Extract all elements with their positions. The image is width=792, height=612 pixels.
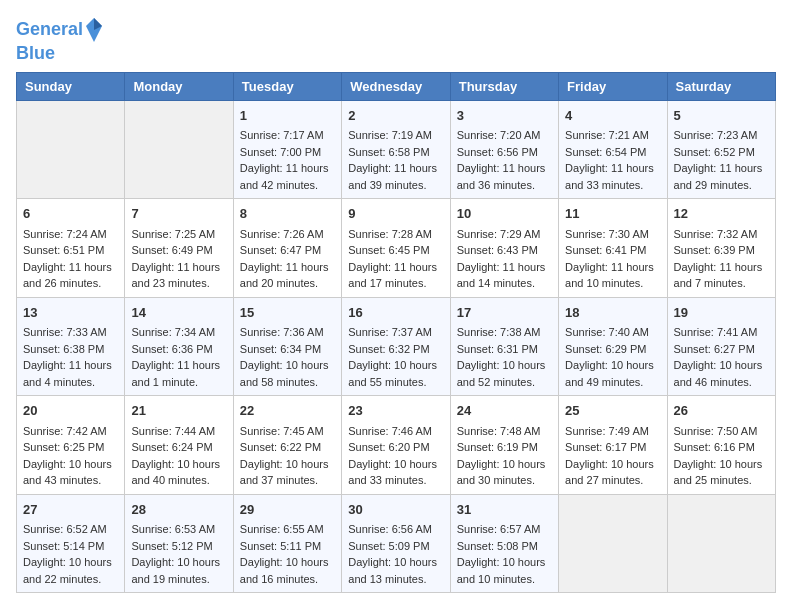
calendar-cell: 4Sunrise: 7:21 AMSunset: 6:54 PMDaylight… [559, 100, 667, 199]
cell-content: Sunrise: 6:53 AM [131, 521, 226, 538]
calendar-cell [667, 494, 775, 593]
cell-content: Daylight: 11 hours and 1 minute. [131, 357, 226, 390]
cell-content: Daylight: 10 hours and 58 minutes. [240, 357, 335, 390]
cell-content: Sunset: 6:34 PM [240, 341, 335, 358]
cell-content: Sunset: 5:08 PM [457, 538, 552, 555]
day-number: 6 [23, 204, 118, 224]
calendar-cell: 23Sunrise: 7:46 AMSunset: 6:20 PMDayligh… [342, 396, 450, 495]
day-number: 23 [348, 401, 443, 421]
cell-content: Sunset: 6:19 PM [457, 439, 552, 456]
calendar-cell: 27Sunrise: 6:52 AMSunset: 5:14 PMDayligh… [17, 494, 125, 593]
day-number: 11 [565, 204, 660, 224]
cell-content: Sunrise: 6:56 AM [348, 521, 443, 538]
cell-content: Sunset: 6:51 PM [23, 242, 118, 259]
calendar-cell: 10Sunrise: 7:29 AMSunset: 6:43 PMDayligh… [450, 199, 558, 298]
calendar-cell: 21Sunrise: 7:44 AMSunset: 6:24 PMDayligh… [125, 396, 233, 495]
cell-content: Daylight: 10 hours and 46 minutes. [674, 357, 769, 390]
cell-content: Sunset: 6:27 PM [674, 341, 769, 358]
cell-content: Sunset: 6:56 PM [457, 144, 552, 161]
cell-content: Sunrise: 7:37 AM [348, 324, 443, 341]
day-number: 18 [565, 303, 660, 323]
cell-content: Sunset: 6:39 PM [674, 242, 769, 259]
calendar-cell: 11Sunrise: 7:30 AMSunset: 6:41 PMDayligh… [559, 199, 667, 298]
day-number: 20 [23, 401, 118, 421]
day-number: 4 [565, 106, 660, 126]
day-number: 10 [457, 204, 552, 224]
cell-content: Sunset: 6:31 PM [457, 341, 552, 358]
calendar-cell: 14Sunrise: 7:34 AMSunset: 6:36 PMDayligh… [125, 297, 233, 396]
cell-content: Sunrise: 6:52 AM [23, 521, 118, 538]
day-number: 3 [457, 106, 552, 126]
day-number: 29 [240, 500, 335, 520]
calendar-cell: 31Sunrise: 6:57 AMSunset: 5:08 PMDayligh… [450, 494, 558, 593]
cell-content: Sunset: 7:00 PM [240, 144, 335, 161]
cell-content: Sunrise: 7:45 AM [240, 423, 335, 440]
day-number: 1 [240, 106, 335, 126]
day-header-wednesday: Wednesday [342, 72, 450, 100]
cell-content: Sunset: 6:36 PM [131, 341, 226, 358]
cell-content: Sunrise: 7:48 AM [457, 423, 552, 440]
cell-content: Sunset: 6:45 PM [348, 242, 443, 259]
calendar-cell: 19Sunrise: 7:41 AMSunset: 6:27 PMDayligh… [667, 297, 775, 396]
day-number: 31 [457, 500, 552, 520]
cell-content: Daylight: 10 hours and 27 minutes. [565, 456, 660, 489]
cell-content: Sunrise: 7:19 AM [348, 127, 443, 144]
cell-content: Sunrise: 7:26 AM [240, 226, 335, 243]
calendar-cell: 2Sunrise: 7:19 AMSunset: 6:58 PMDaylight… [342, 100, 450, 199]
cell-content: Sunset: 6:17 PM [565, 439, 660, 456]
cell-content: Sunset: 6:32 PM [348, 341, 443, 358]
calendar-cell: 25Sunrise: 7:49 AMSunset: 6:17 PMDayligh… [559, 396, 667, 495]
cell-content: Sunset: 6:49 PM [131, 242, 226, 259]
cell-content: Sunrise: 6:55 AM [240, 521, 335, 538]
cell-content: Sunrise: 7:24 AM [23, 226, 118, 243]
day-header-monday: Monday [125, 72, 233, 100]
cell-content: Sunset: 6:29 PM [565, 341, 660, 358]
calendar-cell [125, 100, 233, 199]
day-number: 25 [565, 401, 660, 421]
day-number: 19 [674, 303, 769, 323]
calendar-week-2: 6Sunrise: 7:24 AMSunset: 6:51 PMDaylight… [17, 199, 776, 298]
cell-content: Sunrise: 7:33 AM [23, 324, 118, 341]
calendar-cell: 6Sunrise: 7:24 AMSunset: 6:51 PMDaylight… [17, 199, 125, 298]
calendar-cell: 5Sunrise: 7:23 AMSunset: 6:52 PMDaylight… [667, 100, 775, 199]
day-number: 16 [348, 303, 443, 323]
day-number: 2 [348, 106, 443, 126]
cell-content: Sunset: 5:14 PM [23, 538, 118, 555]
cell-content: Sunset: 6:52 PM [674, 144, 769, 161]
day-number: 26 [674, 401, 769, 421]
cell-content: Sunset: 5:11 PM [240, 538, 335, 555]
cell-content: Sunset: 6:43 PM [457, 242, 552, 259]
cell-content: Sunrise: 7:42 AM [23, 423, 118, 440]
cell-content: Daylight: 11 hours and 14 minutes. [457, 259, 552, 292]
cell-content: Sunset: 6:47 PM [240, 242, 335, 259]
calendar-cell: 24Sunrise: 7:48 AMSunset: 6:19 PMDayligh… [450, 396, 558, 495]
cell-content: Sunset: 6:41 PM [565, 242, 660, 259]
day-header-tuesday: Tuesday [233, 72, 341, 100]
calendar-cell [559, 494, 667, 593]
calendar-cell: 3Sunrise: 7:20 AMSunset: 6:56 PMDaylight… [450, 100, 558, 199]
cell-content: Sunrise: 7:34 AM [131, 324, 226, 341]
day-header-sunday: Sunday [17, 72, 125, 100]
day-number: 21 [131, 401, 226, 421]
cell-content: Sunset: 6:22 PM [240, 439, 335, 456]
cell-content: Daylight: 11 hours and 36 minutes. [457, 160, 552, 193]
calendar-cell: 20Sunrise: 7:42 AMSunset: 6:25 PMDayligh… [17, 396, 125, 495]
cell-content: Daylight: 11 hours and 39 minutes. [348, 160, 443, 193]
cell-content: Sunrise: 7:32 AM [674, 226, 769, 243]
cell-content: Sunset: 6:24 PM [131, 439, 226, 456]
calendar-cell: 9Sunrise: 7:28 AMSunset: 6:45 PMDaylight… [342, 199, 450, 298]
logo-blue: Blue [16, 44, 105, 64]
cell-content: Sunrise: 7:44 AM [131, 423, 226, 440]
logo: General Blue [16, 16, 105, 64]
cell-content: Daylight: 10 hours and 40 minutes. [131, 456, 226, 489]
cell-content: Sunrise: 7:41 AM [674, 324, 769, 341]
cell-content: Daylight: 10 hours and 55 minutes. [348, 357, 443, 390]
cell-content: Daylight: 11 hours and 17 minutes. [348, 259, 443, 292]
cell-content: Sunrise: 7:46 AM [348, 423, 443, 440]
cell-content: Daylight: 10 hours and 43 minutes. [23, 456, 118, 489]
cell-content: Sunrise: 6:57 AM [457, 521, 552, 538]
cell-content: Daylight: 10 hours and 13 minutes. [348, 554, 443, 587]
cell-content: Sunrise: 7:36 AM [240, 324, 335, 341]
calendar-cell: 15Sunrise: 7:36 AMSunset: 6:34 PMDayligh… [233, 297, 341, 396]
cell-content: Sunset: 6:38 PM [23, 341, 118, 358]
